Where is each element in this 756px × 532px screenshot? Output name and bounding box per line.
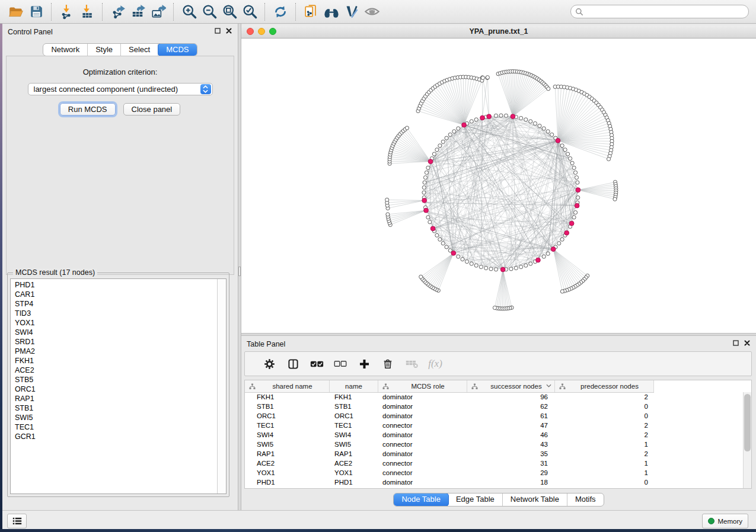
ring-node[interactable] — [457, 255, 460, 258]
tab-network-table[interactable]: Network Table — [503, 493, 567, 506]
ring-node[interactable] — [489, 267, 493, 271]
ring-node[interactable] — [572, 166, 576, 169]
tab-mcds[interactable]: MCDS — [158, 43, 197, 56]
ring-node[interactable] — [445, 245, 448, 249]
show-column-panel-button[interactable] — [281, 355, 305, 373]
ring-node[interactable] — [566, 152, 569, 156]
optimization-criterion-select[interactable]: largest connected component (undirected) — [28, 83, 213, 95]
ring-node[interactable] — [470, 262, 473, 265]
mcds-result-item[interactable]: TID3 — [11, 309, 218, 318]
table-row[interactable]: RAP1RAP1dominator352 — [245, 449, 744, 459]
ring-node[interactable] — [457, 127, 460, 130]
ring-node[interactable] — [428, 220, 432, 224]
ring-node[interactable] — [465, 259, 468, 263]
memory-status-button[interactable]: Memory — [702, 514, 748, 528]
ring-node[interactable] — [438, 144, 442, 148]
tab-network[interactable]: Network — [43, 44, 88, 56]
zoom-selected-button[interactable] — [240, 2, 260, 21]
column-header-MCDS-role[interactable]: MCDS role — [378, 380, 467, 392]
open-file-button[interactable] — [6, 2, 26, 21]
mcds-result-item[interactable]: YOX1 — [11, 318, 218, 328]
ring-node[interactable] — [509, 267, 513, 271]
ring-node[interactable] — [504, 114, 508, 117]
create-column-button[interactable] — [352, 355, 376, 373]
ring-node[interactable] — [568, 156, 572, 160]
ring-node[interactable] — [575, 176, 578, 180]
table-row[interactable]: ORC1ORC1dominator610 — [245, 411, 744, 421]
mcds-result-item[interactable]: SWI4 — [11, 328, 218, 337]
ring-node[interactable] — [560, 144, 564, 148]
ring-node[interactable] — [529, 120, 532, 123]
mcds-hub-node[interactable] — [569, 221, 574, 226]
table-row[interactable]: ACE2ACE2connector311 — [245, 459, 744, 468]
float-window-icon[interactable] — [215, 28, 221, 34]
mcds-result-item[interactable]: ORC1 — [11, 384, 218, 394]
mcds-result-item[interactable]: FKH1 — [11, 356, 218, 366]
ring-node[interactable] — [542, 127, 546, 130]
ring-node[interactable] — [524, 118, 528, 121]
satellite-node[interactable] — [486, 76, 489, 79]
satellite-node[interactable] — [613, 197, 617, 201]
mcds-hub-node[interactable] — [556, 138, 560, 143]
ring-node[interactable] — [445, 136, 448, 140]
ring-node[interactable] — [438, 238, 442, 241]
network-view-canvas[interactable] — [241, 39, 756, 333]
preview-eye-button[interactable] — [362, 2, 382, 21]
ring-node[interactable] — [441, 140, 445, 143]
mcds-hub-node[interactable] — [576, 188, 580, 193]
ring-node[interactable] — [423, 176, 427, 180]
mcds-result-item[interactable]: RAP1 — [11, 394, 218, 403]
satellite-node[interactable] — [481, 76, 484, 79]
table-row[interactable]: PHD1PHD1dominator180 — [245, 477, 744, 487]
ring-node[interactable] — [494, 268, 497, 271]
satellite-node[interactable] — [493, 306, 496, 309]
select-all-columns-button[interactable] — [305, 355, 328, 373]
ring-node[interactable] — [576, 181, 579, 184]
ring-node[interactable] — [484, 266, 488, 270]
mcds-hub-node[interactable] — [551, 247, 556, 252]
ring-node[interactable] — [470, 120, 473, 123]
mcds-result-item[interactable]: TEC1 — [11, 422, 218, 432]
mcds-hub-node[interactable] — [564, 230, 569, 235]
float-window-icon[interactable] — [733, 340, 739, 346]
mcds-result-item[interactable]: STP4 — [11, 299, 218, 309]
ring-node[interactable] — [514, 266, 518, 270]
delete-column-button[interactable] — [376, 355, 400, 373]
close-panel-icon[interactable] — [226, 28, 232, 34]
ring-node[interactable] — [550, 133, 554, 136]
ring-node[interactable] — [422, 191, 426, 194]
mcds-hub-node[interactable] — [500, 267, 505, 272]
network-window-titlebar[interactable]: YPA_prune.txt_1 — [241, 25, 756, 39]
mcds-result-item[interactable]: PHD1 — [11, 280, 218, 290]
mcds-hub-node[interactable] — [424, 208, 429, 213]
ring-node[interactable] — [573, 171, 577, 174]
zoom-out-button[interactable] — [199, 2, 219, 21]
run-mcds-button[interactable]: Run MCDS — [60, 103, 116, 116]
deselect-all-columns-button[interactable] — [328, 355, 352, 373]
ring-node[interactable] — [533, 121, 537, 125]
mcds-result-item[interactable]: SRD1 — [11, 337, 218, 347]
mcds-result-list[interactable]: PHD1CAR1STP4TID3YOX1SWI4SRD1PMA2FKH1ACE2… — [11, 280, 218, 493]
mcds-result-item[interactable]: CAR1 — [11, 290, 218, 299]
table-row[interactable]: TEC1TEC1connector472 — [245, 421, 744, 430]
mcds-list-scrollbar[interactable] — [217, 279, 226, 493]
ring-node[interactable] — [572, 216, 576, 219]
ring-node[interactable] — [546, 252, 550, 255]
satellite-node[interactable] — [607, 157, 610, 161]
export-network-web-button[interactable] — [301, 2, 321, 21]
tab-motifs[interactable]: Motifs — [567, 493, 604, 506]
import-table-button[interactable] — [77, 2, 97, 21]
global-search-field[interactable] — [570, 5, 749, 18]
network-graph[interactable] — [241, 39, 756, 333]
ring-node[interactable] — [529, 262, 532, 265]
mcds-hub-node[interactable] — [462, 123, 467, 127]
tab-edge-table[interactable]: Edge Table — [448, 493, 503, 506]
satellite-node[interactable] — [419, 275, 423, 278]
ring-node[interactable] — [426, 166, 430, 169]
toggle-visual-style-button[interactable] — [342, 2, 362, 21]
mcds-result-item[interactable]: STB1 — [11, 403, 218, 413]
mcds-hub-node[interactable] — [480, 116, 485, 120]
ring-node[interactable] — [474, 264, 478, 267]
ring-node[interactable] — [499, 114, 503, 117]
zoom-in-button[interactable] — [179, 2, 199, 21]
